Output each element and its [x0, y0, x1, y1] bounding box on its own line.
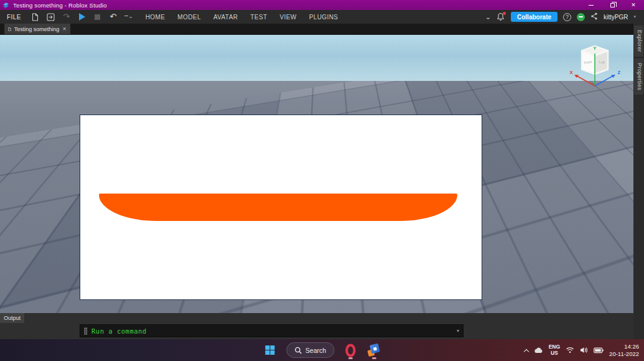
windows-taskbar: Search ENG US — [0, 339, 644, 361]
taskbar-center: Search — [263, 339, 381, 361]
maximize-button[interactable] — [602, 0, 623, 10]
menubar-right-cluster: ⌄ Collaborate ? kittyPGR ▾ — [485, 10, 636, 24]
play-icon — [79, 13, 85, 21]
restore-icon — [610, 3, 615, 7]
command-bar-text: Run a command — [91, 327, 147, 335]
command-row: Run a command ▾ — [0, 323, 633, 339]
file-menu[interactable]: FILE — [7, 14, 21, 21]
username-menu[interactable]: kittyPGR — [604, 14, 628, 21]
open-file-button[interactable] — [47, 12, 55, 22]
command-bar-dropdown-icon[interactable]: ▾ — [457, 328, 459, 334]
window-controls: ✕ — [581, 0, 644, 10]
collaborate-button[interactable]: Collaborate — [511, 12, 558, 22]
status-indicator[interactable] — [577, 13, 585, 21]
system-tray: ENG US 14:26 20-11-2022 — [525, 339, 639, 361]
tab-model[interactable]: MODEL — [177, 14, 201, 21]
drag-grip-icon[interactable] — [84, 327, 87, 335]
document-icon — [8, 26, 11, 32]
z-axis-line — [595, 76, 613, 86]
toolbar-options-dropdown[interactable]: ⌄ — [124, 11, 133, 21]
white-panel — [80, 115, 482, 300]
dock-tab-explorer[interactable]: Explorer — [634, 26, 643, 57]
titlebar: Testing something - Roblox Studio ✕ — [0, 0, 644, 10]
running-indicator — [348, 357, 353, 359]
new-file-icon — [32, 13, 39, 21]
battery-icon[interactable] — [594, 347, 604, 354]
undo-button[interactable]: ↶ — [109, 12, 118, 22]
share-icon — [590, 12, 598, 20]
username-caret-icon[interactable]: ▾ — [633, 14, 636, 19]
output-row: Output — [0, 313, 633, 323]
clock-time: 14:26 — [609, 343, 639, 350]
y-axis-label: Y — [593, 45, 597, 51]
onedrive-cloud-icon[interactable] — [534, 347, 543, 354]
share-button[interactable] — [590, 12, 598, 21]
search-icon — [294, 347, 302, 354]
opera-gx-icon — [344, 344, 357, 357]
minimize-icon — [589, 5, 594, 6]
ribbon-collapse-chevron[interactable]: ⌄ — [485, 14, 491, 19]
stop-button[interactable] — [93, 12, 102, 22]
tab-home[interactable]: HOME — [146, 14, 166, 21]
output-panel-tab[interactable]: Output — [0, 313, 24, 323]
search-label: Search — [306, 347, 326, 354]
wifi-icon[interactable] — [566, 347, 574, 354]
tray-overflow-chevron-icon[interactable] — [523, 349, 528, 354]
clock-date: 20-11-2022 — [609, 350, 639, 358]
close-button[interactable]: ✕ — [623, 0, 644, 10]
tab-test[interactable]: TEST — [250, 14, 267, 21]
running-indicator — [372, 357, 376, 359]
language-line2: US — [549, 350, 560, 356]
command-bar-input[interactable]: Run a command ▾ — [80, 324, 464, 337]
redo-button[interactable]: ↷ — [62, 12, 71, 22]
notification-dot — [503, 12, 506, 15]
z-axis-label: Z — [618, 70, 621, 75]
new-file-button[interactable] — [31, 12, 40, 22]
clock[interactable]: 14:26 20-11-2022 — [609, 343, 639, 358]
stop-icon — [95, 14, 100, 20]
document-tab-label: Testing something — [14, 26, 60, 32]
ribbon-tabs: HOME MODEL AVATAR TEST VIEW PLUGINS — [146, 14, 338, 21]
volume-icon[interactable] — [580, 347, 588, 354]
minimize-button[interactable] — [581, 0, 602, 10]
viewport-3d[interactable]: Front Left Y X Z — [0, 34, 633, 313]
document-tab-close-icon[interactable]: ✕ — [62, 26, 67, 32]
sky — [0, 35, 633, 81]
document-tabbar: Testing something ✕ — [0, 24, 633, 34]
roblox-studio-window: Testing something - Roblox Studio ✕ FILE — [0, 0, 644, 361]
opera-gx-taskbar-button[interactable] — [343, 341, 358, 360]
x-axis-label: X — [569, 70, 573, 75]
roblox-studio-taskbar-button[interactable] — [366, 341, 381, 360]
quick-access-toolbar: ↷ ↶ ⌄ — [31, 12, 133, 22]
dock-tab-properties[interactable]: Properties — [634, 59, 643, 95]
x-axis-line — [577, 76, 595, 86]
roblox-studio-icon — [368, 344, 380, 357]
notifications-button[interactable] — [497, 12, 505, 21]
window-title: Testing something - Roblox Studio — [13, 2, 107, 9]
menubar: FILE ↷ ↶ ⌄ HOME MODEL AVATA — [0, 10, 644, 24]
view-cube[interactable]: Front Left Y X Z — [566, 41, 623, 92]
roblox-studio-logo-icon — [2, 2, 9, 9]
tab-plugins[interactable]: PLUGINS — [309, 14, 338, 21]
help-button[interactable]: ? — [563, 13, 571, 21]
start-button[interactable] — [263, 341, 278, 360]
document-tab[interactable]: Testing something ✕ — [4, 24, 70, 34]
right-dock: Explorer Properties — [633, 24, 644, 339]
windows-logo-icon — [265, 345, 274, 355]
open-file-icon — [47, 13, 55, 21]
orange-part[interactable] — [99, 194, 457, 221]
language-indicator[interactable]: ENG US — [549, 344, 560, 356]
tab-view[interactable]: VIEW — [280, 14, 297, 21]
tab-avatar[interactable]: AVATAR — [213, 14, 238, 21]
search-button[interactable]: Search — [286, 342, 334, 358]
play-button[interactable] — [78, 12, 86, 22]
